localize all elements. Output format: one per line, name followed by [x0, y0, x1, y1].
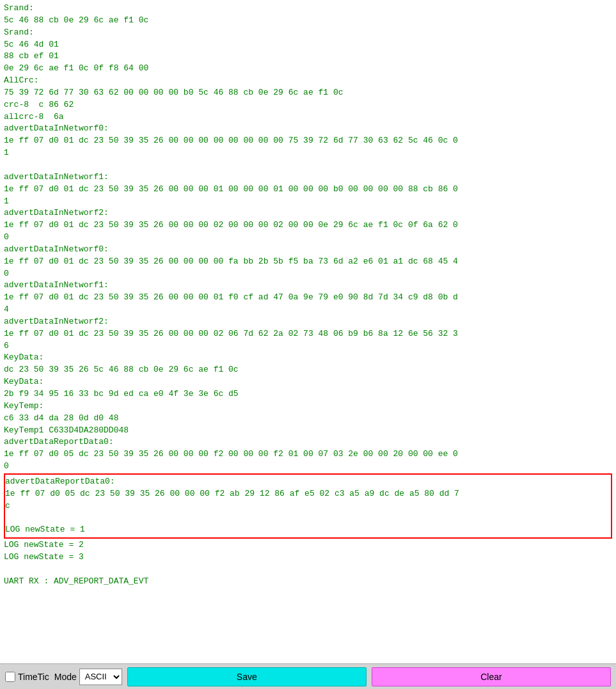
pre-highlight-section: Srand:5c 46 88 cb 0e 29 6c ae f1 0cSrand…	[4, 3, 612, 473]
console-line: 0	[4, 268, 612, 280]
console-line: advertDataInNetworf2:	[4, 316, 612, 328]
console-line: 1e ff 07 d0 01 dc 23 50 39 35 26 00 00 0…	[4, 256, 612, 268]
console-line: 1e ff 07 d0 01 dc 23 50 39 35 26 00 00 0…	[4, 328, 612, 340]
post-highlight-section: LOG newState = 2LOG newState = 3UART RX …	[4, 539, 612, 587]
console-line: 5c 46 88 cb 0e 29 6c ae f1 0c	[4, 15, 612, 27]
console-line: 0e 29 6c ae f1 0c 0f f8 64 00	[4, 63, 612, 75]
console-line: Srand:	[4, 3, 612, 15]
console-line: 2b f9 34 95 16 33 bc 9d ed ca e0 4f 3e 3…	[4, 388, 612, 400]
console-line: 1e ff 07 d0 01 dc 23 50 39 35 26 00 00 0…	[4, 184, 612, 196]
highlight-lines: advertDataReportData0:1e ff 07 d0 05 dc …	[5, 476, 611, 536]
console-line: 1e ff 07 d0 01 dc 23 50 39 35 26 00 00 0…	[4, 292, 612, 304]
highlighted-section: advertDataReportData0:1e ff 07 d0 05 dc …	[4, 473, 612, 539]
console-line: 1	[4, 147, 612, 159]
console-line	[4, 159, 612, 171]
console-line: dc 23 50 39 35 26 5c 46 88 cb 0e 29 6c a…	[4, 364, 612, 376]
console-line: 1e ff 07 d0 01 dc 23 50 39 35 26 00 00 0…	[4, 135, 612, 147]
console-line: 6	[4, 340, 612, 352]
save-button[interactable]: Save	[127, 667, 367, 686]
console-line: KeyData:	[4, 376, 612, 388]
console-line: advertDataReportData0:	[4, 436, 612, 448]
console-line: 4	[4, 304, 612, 316]
console-line-highlighted: LOG newState = 1	[5, 524, 611, 536]
console-line: advertDataInNetworf1:	[4, 171, 612, 184]
console-line: advertDataInNetworf0:	[4, 244, 612, 256]
console-line	[4, 564, 612, 576]
mode-label: Mode	[54, 672, 77, 682]
console-line-highlighted	[5, 512, 611, 524]
console-line: crc-8 c 86 62	[4, 99, 612, 111]
console-line: 1	[4, 196, 612, 208]
console-line: 88 cb ef 01	[4, 51, 612, 63]
timeticcheck-input[interactable]	[5, 672, 15, 682]
console-line: allcrc-8 6a	[4, 111, 612, 123]
timetick-label: TimeTic	[18, 672, 49, 682]
console-line-highlighted: 1e ff 07 d0 05 dc 23 50 39 35 26 00 00 0…	[5, 488, 611, 500]
console-line: KeyData:	[4, 352, 612, 364]
console-line: 75 39 72 6d 77 30 63 62 00 00 00 00 b0 5…	[4, 87, 612, 99]
console-line: KeyTemp:	[4, 400, 612, 413]
console-line: LOG newState = 2	[4, 539, 612, 551]
console-line: advertDataInNetworf1:	[4, 280, 612, 292]
console-line: advertDataInNetworf2:	[4, 207, 612, 219]
console-line: 1e ff 07 d0 01 dc 23 50 39 35 26 00 00 0…	[4, 219, 612, 232]
console-line-highlighted: advertDataReportData0:	[5, 476, 611, 488]
console-line: 5c 46 4d 01	[4, 39, 612, 51]
console-line: 1e ff 07 d0 05 dc 23 50 39 35 26 00 00 0…	[4, 448, 612, 461]
console-line: 0	[4, 461, 612, 473]
clear-button[interactable]: Clear	[372, 667, 611, 686]
timeticcheck-container: TimeTic	[5, 672, 49, 682]
console-line: UART RX : ADV_REPORT_DATA_EVT	[4, 576, 612, 588]
console-line: KeyTemp1 C633D4DA280DD048	[4, 425, 612, 437]
mode-container: Mode ASCII HEX UTF-8	[54, 669, 122, 685]
mode-select[interactable]: ASCII HEX UTF-8	[79, 669, 122, 685]
console-line: 0	[4, 232, 612, 244]
console-line: AllCrc:	[4, 75, 612, 87]
console-line: Srand:	[4, 27, 612, 39]
console-line: c6 33 d4 da 28 0d d0 48	[4, 413, 612, 425]
toolbar: TimeTic Mode ASCII HEX UTF-8 Save Clear	[0, 663, 616, 689]
console-line: advertDataInNetworf0:	[4, 123, 612, 135]
console-line: LOG newState = 3	[4, 551, 612, 564]
console-line-highlighted: c	[5, 500, 611, 512]
console-output[interactable]: Srand:5c 46 88 cb 0e 29 6c ae f1 0cSrand…	[0, 0, 616, 663]
